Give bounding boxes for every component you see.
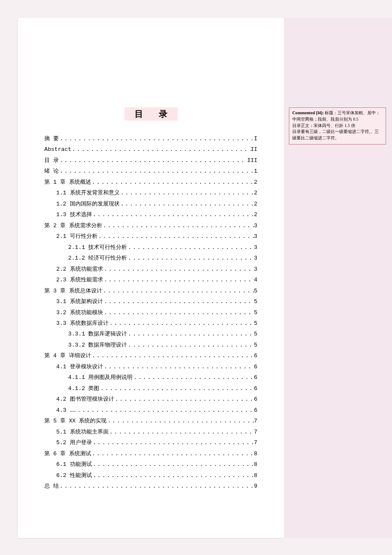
toc-row: 摘 要I (44, 133, 257, 144)
toc-row: 6.1 功能测试8 (44, 459, 257, 470)
toc-leader-dots (109, 427, 254, 437)
toc-leader-dots (103, 264, 254, 275)
toc-entry-page: 9 (254, 481, 257, 491)
toc-entry-label: 3.3.1 数据库逻辑设计 (68, 329, 127, 339)
toc-row: 2.2 系统功能需求3 (44, 264, 257, 275)
toc-entry-label: 3.3 系统数据库设计 (56, 318, 109, 329)
toc-row: 绪 论1 (44, 166, 257, 176)
toc-leader-dots (120, 199, 254, 209)
toc-leader-dots (120, 188, 254, 198)
toc-row: 第 1 章 系统概述2 (44, 177, 257, 188)
toc-leader-dots (71, 144, 251, 155)
document-page: 目 录 摘 要IAbstractII目 录III绪 论1第 1 章 系统概述21… (18, 18, 284, 538)
toc-entry-label: 4.1 登录模块设计 (56, 361, 103, 372)
toc-title: 目 录 (124, 107, 178, 121)
toc-leader-dots (102, 220, 254, 231)
toc-entry-label: 第 3 章 系统总体设计 (44, 286, 102, 296)
toc-row: 2.1.1 技术可行性分析3 (44, 242, 257, 253)
toc-entry-page: 5 (254, 307, 257, 318)
toc-leader-dots (91, 448, 254, 459)
comment-label: Commented [l4]: (292, 110, 325, 115)
toc-leader-dots (59, 166, 254, 176)
toc-entry-label: 3.2 系统功能模块 (56, 307, 103, 318)
toc-row: 1.1 系统开发背景和意义2 (44, 188, 257, 198)
toc-entry-page: 6 (254, 405, 257, 416)
toc-entry-page: III (247, 155, 257, 166)
toc-entry-page: 1 (254, 166, 257, 176)
toc-leader-dots (103, 307, 254, 318)
toc-entry-label: 4.1.2 类图 (68, 383, 99, 394)
toc-entry-label: 1.1 系统开发背景和意义 (56, 188, 120, 198)
toc-row: 3.2 系统功能模块5 (44, 307, 257, 318)
toc-entry-label: 4.2 图书管理模块设计 (56, 394, 114, 405)
toc-entry-label: 3.3.2 数据库物理设计 (68, 340, 127, 350)
toc-row: 4.1.1 用例图及用例说明6 (44, 372, 257, 383)
toc-row: 4.1 登录模块设计6 (44, 361, 257, 372)
toc-row: AbstractII (44, 144, 257, 155)
toc-leader-dots (127, 242, 254, 253)
toc-entry-page: 7 (254, 427, 257, 437)
toc-entry-page: 3 (254, 220, 257, 231)
toc-entry-page: 6 (254, 361, 257, 372)
toc-leader-dots (92, 437, 254, 448)
toc-entry-label: 2.1 可行性分析 (56, 231, 98, 242)
toc-row: 6.2 性能测试8 (44, 470, 257, 481)
toc-row: 3.3 系统数据库设计5 (44, 318, 257, 329)
toc-leader-dots (103, 275, 254, 285)
toc-leader-dots (92, 459, 254, 470)
toc-row: 第 3 章 系统总体设计5 (44, 286, 257, 296)
comment-panel (284, 18, 392, 538)
toc-entry-page: 5 (254, 329, 257, 339)
toc-entry-label: 5.1 系统功能主界面 (56, 427, 109, 437)
toc-entry-label: 2.1.2 经济可行性分析 (68, 253, 127, 263)
toc-entry-page: 2 (254, 188, 257, 198)
toc-leader-dots (59, 155, 247, 166)
toc-row: 2.3 系统性能需求4 (44, 275, 257, 285)
toc-entry-page: 2 (254, 177, 257, 188)
toc-leader-dots (99, 383, 254, 394)
toc-entry-label: 1.2 国内国际的发展现状 (56, 199, 120, 209)
toc-row: 第 6 章 系统测试8 (44, 448, 257, 459)
toc-entry-label: 4.3 …… (56, 405, 76, 416)
toc-entry-page: 5 (254, 318, 257, 329)
toc-row: 2.1 可行性分析3 (44, 231, 257, 242)
toc-leader-dots (59, 133, 254, 144)
toc-leader-dots (92, 470, 254, 481)
toc-leader-dots (91, 350, 254, 361)
toc-entry-page: 6 (254, 350, 257, 361)
toc-entry-label: 第 2 章 系统需求分析 (44, 220, 102, 231)
toc-entry-label: 4.1.1 用例图及用例说明 (68, 372, 133, 383)
toc-entry-page: 7 (254, 437, 257, 448)
toc-entry-label: 2.1.1 技术可行性分析 (68, 242, 127, 253)
toc-entry-label: 绪 论 (44, 166, 59, 176)
toc-leader-dots (102, 286, 254, 296)
toc-list: 摘 要IAbstractII目 录III绪 论1第 1 章 系统概述21.1 系… (44, 133, 257, 491)
toc-entry-label: 摘 要 (44, 133, 59, 144)
toc-row: 4.1.2 类图6 (44, 383, 257, 394)
toc-entry-label: 6.1 功能测试 (56, 459, 92, 470)
comment-box: Commented [l4]: 标题：三号宋体加粗、居中；中间空两格；段前、段后… (289, 107, 386, 145)
toc-leader-dots (92, 209, 254, 220)
toc-entry-page: 5 (254, 286, 257, 296)
toc-entry-label: 3.1 系统架构设计 (56, 296, 103, 307)
toc-entry-label: Abstract (44, 144, 71, 155)
title-wrap: 目 录 (44, 107, 257, 133)
toc-entry-page: 3 (254, 253, 257, 263)
toc-entry-page: I (254, 133, 257, 144)
toc-leader-dots (98, 231, 254, 242)
toc-row: 总 结9 (44, 481, 257, 491)
toc-entry-page: 2 (254, 209, 257, 220)
toc-entry-label: 第 5 章 XX 系统的实现 (44, 416, 107, 426)
toc-entry-page: 6 (254, 383, 257, 394)
toc-row: 目 录III (44, 155, 257, 166)
toc-leader-dots (103, 361, 254, 372)
toc-entry-page: 5 (254, 296, 257, 307)
toc-entry-label: 2.2 系统功能需求 (56, 264, 103, 275)
toc-entry-label: 第 1 章 系统概述 (44, 177, 91, 188)
toc-row: 5.1 系统功能主界面7 (44, 427, 257, 437)
toc-row: 1.2 国内国际的发展现状2 (44, 199, 257, 209)
toc-entry-page: 8 (254, 448, 257, 459)
toc-entry-page: 5 (254, 340, 257, 350)
toc-entry-page: 2 (254, 199, 257, 209)
toc-entry-page: 7 (254, 416, 257, 426)
